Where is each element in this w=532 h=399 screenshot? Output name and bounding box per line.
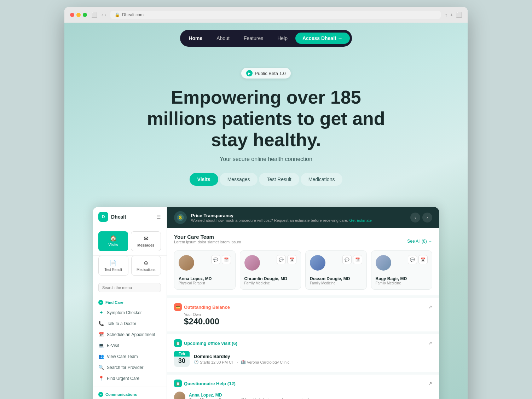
message-doctor-1-button[interactable]: 💬: [211, 255, 220, 264]
questionnaire-icon: 📋: [174, 380, 182, 387]
visit-name: Dominic Bardley: [194, 354, 432, 359]
back-icon[interactable]: ‹: [102, 12, 103, 18]
nav-about[interactable]: About: [210, 33, 236, 44]
medications-icon: ⊕: [144, 260, 148, 266]
schedule-doctor-4-button[interactable]: 📅: [418, 255, 428, 264]
beta-badge: ▶ Public Beta 1.0: [241, 68, 290, 79]
sidebar-item-e-visit[interactable]: 💻 E-Visit: [93, 340, 167, 351]
communications-group: + Communications: [93, 387, 167, 399]
message-doctor-2-button[interactable]: 💬: [277, 255, 286, 264]
nav-home[interactable]: Home: [182, 33, 209, 44]
questionnaire-expand-button[interactable]: ↗: [428, 381, 432, 386]
hero-subtitle: Your secure online health connection: [71, 156, 461, 162]
sidebar-medications-button[interactable]: ⊕ Medications: [131, 256, 161, 276]
q-avatar: [174, 392, 185, 399]
doctor-specialty-2: Family Medicine: [244, 281, 297, 285]
new-tab-icon[interactable]: +: [450, 12, 453, 18]
search-input[interactable]: [98, 283, 161, 292]
balance-amount: $240.000: [184, 317, 432, 326]
message-doctor-4-button[interactable]: 💬: [408, 255, 417, 264]
upcoming-expand-button[interactable]: ↗: [428, 340, 432, 346]
sidebar-messages-button[interactable]: ✉ Messages: [131, 231, 161, 251]
date-badge: Feb 30: [174, 351, 190, 367]
balance-icon: 💳: [174, 303, 182, 311]
date-day: 30: [178, 357, 186, 365]
schedule-doctor-2-button[interactable]: 📅: [287, 255, 296, 264]
test-result-icon: 📄: [110, 260, 117, 266]
avatar-4: [376, 255, 391, 271]
medications-label: Medications: [137, 268, 155, 272]
share-icon[interactable]: ↑: [445, 12, 447, 18]
schedule-icon: 📅: [98, 332, 104, 337]
balance-section: 💳 Outstanding Balance ↗ Your Own $240.00…: [167, 298, 439, 331]
sidebar-visits-button[interactable]: 🏠 Visits: [98, 231, 128, 251]
care-actions-4: 💬 📅: [408, 255, 428, 264]
communications-title: + Communications: [93, 390, 167, 399]
price-banner: $ Price Transparancy Worried about how m…: [167, 207, 439, 228]
tab-test-result[interactable]: Test Result: [259, 173, 299, 186]
find-care-group: + Find Care ✦ Symptom Checker 📞 Talk to …: [93, 295, 167, 387]
find-care-dot: +: [98, 300, 103, 305]
sidebar-item-schedule-appointment[interactable]: 📅 Schedule an Appointment: [93, 329, 167, 340]
balance-expand-button[interactable]: ↗: [428, 304, 432, 310]
browser-window: ⬜ ‹ › 🔒 Dhealt.com ↑ + ⬜ Home About Feat…: [64, 7, 468, 399]
visits-label: Visits: [109, 243, 118, 247]
sidebar: D Dhealt ☰ 🏠 Visits ✉ Messages: [93, 207, 167, 399]
maximize-button[interactable]: [83, 13, 87, 17]
tab-visits[interactable]: Visits: [190, 173, 218, 186]
q-doctor-name: Anna Lopez, MD: [189, 393, 432, 398]
doctor-specialty-3: Family Medicine: [310, 281, 362, 285]
clock-icon: 🕐: [194, 360, 199, 364]
beta-text: Public Beta 1.0: [255, 71, 285, 76]
doctor-name-3: Docson Dougie, MD: [310, 276, 362, 281]
sidebar-item-care-team[interactable]: 👥 View Care Team: [93, 351, 167, 362]
security-icon: 🔒: [115, 12, 120, 17]
logo-initial: D: [102, 214, 105, 219]
tab-medications[interactable]: Medications: [301, 173, 343, 186]
get-estimate-link[interactable]: Get Estimate: [349, 218, 372, 222]
nav-help[interactable]: Help: [271, 33, 294, 44]
avatar-img-1: [179, 255, 194, 271]
care-team-top-1: 💬 📅: [179, 255, 231, 273]
close-button[interactable]: [70, 13, 74, 17]
test-result-label: Test Result: [105, 268, 122, 272]
sidebar-menu-icon[interactable]: ☰: [156, 214, 161, 220]
avatar-1: [179, 255, 194, 271]
search-provider-icon: 🔍: [98, 365, 104, 370]
sidebar-quick-actions: 🏠 Visits ✉ Messages: [93, 227, 167, 256]
forward-icon[interactable]: ›: [105, 12, 106, 18]
balance-header: 💳 Outstanding Balance ↗: [174, 303, 432, 311]
sidebar-logo: D Dhealt: [98, 212, 126, 222]
tabs-icon[interactable]: ⬜: [456, 12, 462, 18]
care-team-subtitle: Lorem ipsum dolor siamet lorem ipsum: [174, 240, 241, 244]
avatar-2: [244, 255, 260, 271]
q-message: Good Afternoon, Our nurses will be able …: [189, 398, 432, 399]
care-actions-3: 💬 📅: [342, 255, 362, 264]
sidebar-test-result-button[interactable]: 📄 Test Result: [98, 256, 128, 276]
nav-features[interactable]: Features: [237, 33, 270, 44]
sidebar-item-symptom-checker[interactable]: ✦ Symptom Checker: [93, 307, 167, 318]
schedule-doctor-3-button[interactable]: 📅: [353, 255, 362, 264]
message-doctor-3-button[interactable]: 💬: [342, 255, 352, 264]
banner-svg: $: [174, 211, 187, 224]
care-team-top-2: 💬 📅: [244, 255, 297, 273]
tab-messages[interactable]: Messages: [220, 173, 258, 186]
messages-icon: ✉: [144, 235, 148, 242]
address-bar[interactable]: 🔒 Dhealt.com: [110, 11, 440, 19]
schedule-doctor-1-button[interactable]: 📅: [222, 255, 231, 264]
sidebar-search: [93, 280, 167, 295]
access-dhealt-button[interactable]: Access Dhealt →: [295, 33, 350, 44]
sidebar-toggle-icon[interactable]: ⬜: [91, 12, 97, 18]
sidebar-item-urgent-care[interactable]: 📍 Find Urgent Care: [93, 373, 167, 384]
upcoming-header: 📋 Upcoming office visit (6) ↗: [174, 339, 432, 347]
minimize-button[interactable]: [76, 13, 81, 17]
avatar-3: [310, 255, 325, 271]
banner-next-button[interactable]: ›: [422, 213, 432, 222]
sidebar-item-search-provider[interactable]: 🔍 Search for Provider: [93, 362, 167, 373]
sidebar-item-talk-to-doctor[interactable]: 📞 Talk to a Doctor: [93, 318, 167, 329]
url-text: Dhealt.com: [122, 12, 144, 17]
see-all-button[interactable]: See All (8) →: [407, 239, 432, 244]
visit-clinic: 🏥 Verona Cardiology Clinic: [241, 360, 289, 364]
banner-prev-button[interactable]: ‹: [410, 213, 420, 222]
doctor-name-4: Bugy Bagir, MD: [376, 276, 428, 281]
